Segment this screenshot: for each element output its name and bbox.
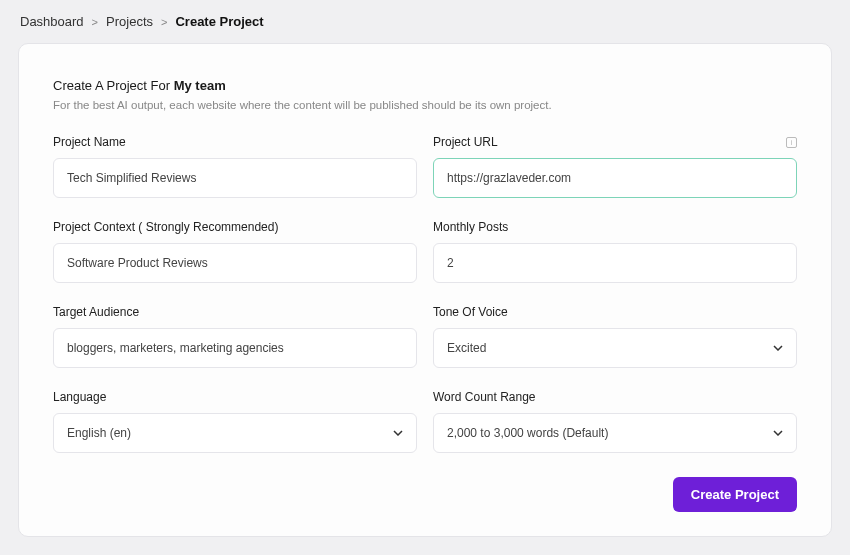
breadcrumb: Dashboard > Projects > Create Project xyxy=(0,14,850,43)
info-icon[interactable]: i xyxy=(786,137,797,148)
tone-of-voice-field: Tone Of Voice Excited xyxy=(433,305,797,368)
team-name: My team xyxy=(174,78,226,93)
language-label: Language xyxy=(53,390,417,404)
project-context-label: Project Context ( Strongly Recommended) xyxy=(53,220,417,234)
project-url-label: Project URL xyxy=(433,135,498,149)
breadcrumb-dashboard[interactable]: Dashboard xyxy=(20,14,84,29)
target-audience-input[interactable] xyxy=(53,328,417,368)
page-title: Create A Project For My team xyxy=(53,78,797,93)
language-select[interactable]: English (en) xyxy=(53,413,417,453)
tone-of-voice-select[interactable]: Excited xyxy=(433,328,797,368)
project-name-label: Project Name xyxy=(53,135,417,149)
project-context-input[interactable] xyxy=(53,243,417,283)
actions-row: Create Project xyxy=(53,477,797,512)
monthly-posts-field: Monthly Posts xyxy=(433,220,797,283)
project-name-input[interactable] xyxy=(53,158,417,198)
target-audience-label: Target Audience xyxy=(53,305,417,319)
project-context-field: Project Context ( Strongly Recommended) xyxy=(53,220,417,283)
create-project-button[interactable]: Create Project xyxy=(673,477,797,512)
word-count-field: Word Count Range 2,000 to 3,000 words (D… xyxy=(433,390,797,453)
breadcrumb-current: Create Project xyxy=(175,14,263,29)
tone-of-voice-value: Excited xyxy=(447,341,486,355)
project-url-input[interactable] xyxy=(433,158,797,198)
project-name-field: Project Name xyxy=(53,135,417,198)
chevron-down-icon xyxy=(393,430,403,436)
tone-of-voice-label: Tone Of Voice xyxy=(433,305,797,319)
chevron-right-icon: > xyxy=(161,16,167,28)
card-header: Create A Project For My team For the bes… xyxy=(53,78,797,111)
breadcrumb-projects[interactable]: Projects xyxy=(106,14,153,29)
page-subtitle: For the best AI output, each website whe… xyxy=(53,99,797,111)
target-audience-field: Target Audience xyxy=(53,305,417,368)
chevron-down-icon xyxy=(773,430,783,436)
word-count-label: Word Count Range xyxy=(433,390,797,404)
form-grid: Project Name Project URL i Project Conte… xyxy=(53,135,797,453)
chevron-down-icon xyxy=(773,345,783,351)
title-prefix: Create A Project For xyxy=(53,78,174,93)
monthly-posts-label: Monthly Posts xyxy=(433,220,797,234)
chevron-right-icon: > xyxy=(92,16,98,28)
word-count-select[interactable]: 2,000 to 3,000 words (Default) xyxy=(433,413,797,453)
language-field: Language English (en) xyxy=(53,390,417,453)
create-project-card: Create A Project For My team For the bes… xyxy=(18,43,832,537)
language-value: English (en) xyxy=(67,426,131,440)
monthly-posts-input[interactable] xyxy=(433,243,797,283)
word-count-value: 2,000 to 3,000 words (Default) xyxy=(447,426,608,440)
project-url-field: Project URL i xyxy=(433,135,797,198)
